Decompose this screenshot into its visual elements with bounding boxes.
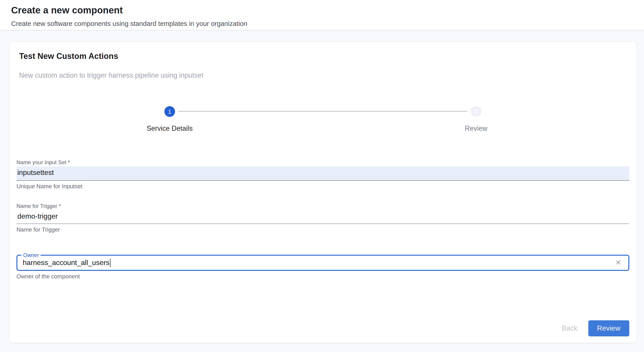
stepper-connector — [178, 111, 467, 112]
screen: Create a new component Create new softwa… — [0, 0, 644, 352]
owner-label: Owner — [22, 252, 41, 259]
owner-field: Owner harness_account_all_users ✕ Owner … — [16, 255, 629, 280]
step-service-details: 1 Service Details — [16, 106, 323, 132]
template-card: Test New Custom Actions New custom actio… — [9, 42, 636, 343]
text-cursor — [110, 259, 111, 267]
stepper: 1 Service Details 2 Review — [9, 106, 636, 132]
page-header: Create a new component Create new softwa… — [0, 0, 644, 30]
input-set-field: Name your Input Set * Unique Name for In… — [16, 159, 629, 190]
owner-value: harness_account_all_users — [23, 259, 110, 267]
input-set-label: Name your Input Set * — [16, 159, 629, 166]
back-button[interactable]: Back — [556, 321, 583, 336]
clear-icon[interactable]: ✕ — [614, 258, 622, 267]
trigger-name-input[interactable] — [16, 210, 629, 224]
step-1-icon: 1 — [164, 106, 175, 117]
review-button[interactable]: Review — [588, 320, 629, 336]
step-2-icon: 2 — [471, 106, 482, 117]
form: Name your Input Set * Unique Name for In… — [9, 159, 636, 280]
template-description: New custom action to trigger harness pip… — [19, 71, 627, 80]
step-2-label: Review — [465, 124, 488, 132]
trigger-name-helper: Name for Trigger — [16, 226, 629, 233]
input-set-helper: Unique Name for Inputset — [16, 183, 629, 190]
card-header: Test New Custom Actions New custom actio… — [9, 42, 636, 80]
owner-input[interactable]: Owner harness_account_all_users ✕ — [16, 255, 629, 271]
step-1-label: Service Details — [147, 124, 193, 132]
input-set-input[interactable] — [16, 166, 629, 181]
page-title: Create a new component — [11, 4, 633, 17]
trigger-name-label: Name for Trigger * — [16, 203, 629, 210]
page-subtitle: Create new software components using sta… — [11, 19, 633, 28]
template-title: Test New Custom Actions — [19, 51, 627, 62]
footer-actions: Back Review — [556, 320, 629, 336]
trigger-name-field: Name for Trigger * Name for Trigger — [16, 203, 629, 233]
owner-helper: Owner of the component — [16, 273, 629, 280]
step-review: 2 Review — [323, 106, 629, 132]
